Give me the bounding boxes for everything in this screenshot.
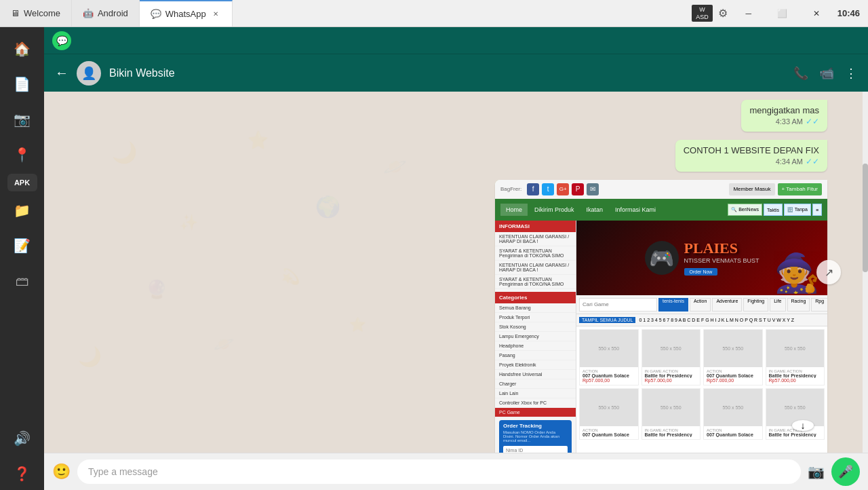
sidebar-info-item-4[interactable]: SYARAT & KETENTUAN Pengiriman di TOKO/NA… bbox=[495, 275, 576, 289]
subscribe-btn[interactable]: + Tambah Fitur bbox=[778, 183, 822, 195]
cat-btn-life[interactable]: Life bbox=[770, 298, 785, 312]
menu-btn[interactable]: ≡ bbox=[812, 204, 822, 216]
product-card-5[interactable]: 550 x 550 ACTION 007 Quantum Solace bbox=[579, 388, 639, 440]
tab-welcome[interactable]: 🖥 Welcome bbox=[0, 0, 72, 26]
sidebar-icon-notes[interactable]: 📝 bbox=[6, 229, 39, 262]
taktis-btn[interactable]: Taktis bbox=[764, 204, 783, 216]
sidebar-info-item-2[interactable]: SYARAT & KETENTUAN Pengiriman di TOKO/NA… bbox=[495, 246, 576, 261]
tab-android[interactable]: 🤖 Android bbox=[72, 0, 140, 26]
tab-bar: 🖥 Welcome 🤖 Android 💬 WhatsApp ✕ bbox=[0, 0, 233, 26]
show-all-btn[interactable]: TAMPIL SEMUA JUDUL bbox=[579, 317, 635, 323]
tanpa-btn[interactable]: 🔢 Tanpa bbox=[784, 204, 811, 216]
sidebar-icon-folder[interactable]: 📁 bbox=[6, 194, 39, 227]
sidebar-cat-pcgame[interactable]: PC Game bbox=[495, 408, 576, 417]
cat-btn-fighting[interactable]: Fighting bbox=[743, 298, 768, 312]
product-name-2: Battle for Presidency bbox=[645, 373, 698, 378]
android-icon: 🤖 bbox=[83, 8, 94, 18]
sidebar-cat-stok[interactable]: Stok Kosong bbox=[495, 322, 576, 332]
order-id-input[interactable] bbox=[503, 446, 568, 453]
wa-more-icon[interactable]: ⋮ bbox=[845, 66, 857, 81]
nav-dikirim[interactable]: Dikirim Produk bbox=[529, 204, 580, 216]
sidebar-info-item-1[interactable]: KETENTUAN CLAIM GARANSI / HARAP DI BACA … bbox=[495, 232, 576, 246]
sidebar-cat-semua[interactable]: Semua Barang bbox=[495, 303, 576, 313]
scroll-down-button[interactable]: ↓ bbox=[792, 420, 814, 431]
product-card-7[interactable]: 550 x 550 ACTION 007 Quantum Solace bbox=[703, 388, 763, 440]
berita-btn[interactable]: 🔍 BeriNews bbox=[728, 204, 762, 216]
cat-btn-action[interactable]: Action bbox=[690, 298, 711, 312]
sidebar-icon-apk[interactable]: APK bbox=[7, 174, 37, 191]
title-bar: 🖥 Welcome 🤖 Android 💬 WhatsApp ✕ WASD ⚙ … bbox=[0, 0, 868, 27]
time-display: 10:46 bbox=[837, 8, 860, 18]
twitter-share-icon[interactable]: t bbox=[542, 183, 554, 195]
cat-btn-rpg[interactable]: Rpg bbox=[811, 298, 827, 312]
settings-icon[interactable]: ⚙ bbox=[718, 7, 728, 20]
sidebar-icon-layers[interactable]: 📄 bbox=[6, 68, 39, 100]
message-2-bubble: CONTOH 1 WEBSITE DEPAN FIX 4:34 AM ✓✓ bbox=[675, 140, 827, 172]
product-img-2: 550 x 550 bbox=[642, 330, 701, 367]
product-info-6: IN GAME ACTION Battle for Presidency bbox=[642, 426, 701, 439]
wa-call-icon[interactable]: 📞 bbox=[793, 66, 808, 81]
sidebar-cat-charger[interactable]: Charger bbox=[495, 379, 576, 389]
nav-home[interactable]: Home bbox=[500, 204, 528, 216]
sidebar-icon-speaker[interactable]: 🔊 bbox=[6, 422, 39, 455]
cat-btn-adventure[interactable]: Adventure bbox=[712, 298, 742, 312]
product-name-7: 007 Quantum Solace bbox=[707, 432, 760, 437]
product-card-6[interactable]: 550 x 550 IN GAME ACTION Battle for Pres… bbox=[642, 388, 701, 440]
sidebar-icon-location[interactable]: 📍 bbox=[6, 138, 39, 171]
facebook-share-icon[interactable]: f bbox=[527, 183, 539, 195]
product-card-8[interactable]: 550 x 550 IN GAME ACTION Battle for Pres… bbox=[766, 388, 825, 440]
sidebar-icon-home[interactable]: 🏠 bbox=[6, 33, 39, 65]
sidebar-cat-handsfree[interactable]: Handsfree Universal bbox=[495, 370, 576, 379]
wa-contact-name[interactable]: Bikin Website bbox=[109, 67, 785, 79]
wa-input-bar: 🙂 Type a message 📷 🎤 bbox=[44, 453, 868, 490]
sidebar-cat-lampu[interactable]: Lampu Emergency bbox=[495, 332, 576, 341]
sidebar-info-item-3[interactable]: KETENTUAN CLAIM GARANSI / HARAP DI BACA … bbox=[495, 261, 576, 275]
wa-video-icon[interactable]: 📹 bbox=[819, 66, 834, 81]
tab-whatsapp[interactable]: 💬 WhatsApp ✕ bbox=[140, 0, 233, 26]
product-img-1: 550 x 550 bbox=[580, 330, 638, 367]
message-input-field[interactable]: Type a message bbox=[77, 459, 801, 484]
sidebar-cat-headphone[interactable]: Headphone bbox=[495, 341, 576, 351]
sidebar-cat-proyek[interactable]: Proyek Elektronik bbox=[495, 360, 576, 370]
sidebar-icon-camera[interactable]: 📷 bbox=[6, 103, 39, 136]
maximize-button[interactable]: ⬜ bbox=[767, 3, 798, 24]
sidebar-icon-help[interactable]: ❓ bbox=[6, 457, 39, 490]
nav-actions: Member Masuk + Tambah Fitur bbox=[729, 183, 822, 195]
share-floating-button[interactable]: ↗ bbox=[816, 260, 841, 284]
sidebar-cat-lain[interactable]: Lain Lain bbox=[495, 389, 576, 398]
minimize-button[interactable]: ─ bbox=[733, 3, 764, 24]
product-img-4: 550 x 550 bbox=[766, 330, 825, 367]
website-sidebar: INFORMASI KETENTUAN CLAIM GARANSI / HARA… bbox=[495, 221, 576, 453]
camera-button[interactable]: 📷 bbox=[808, 464, 825, 480]
product-img-6: 550 x 550 bbox=[642, 389, 701, 426]
sidebar-cat-controller[interactable]: Controller Xbox for PC bbox=[495, 398, 576, 408]
email-share-icon[interactable]: ✉ bbox=[587, 183, 599, 195]
product-card-3[interactable]: 550 x 550 ACTION 007 Quantum Solace Rp57… bbox=[703, 329, 763, 385]
main-area: 💬 ← 👤 Bikin Website 📞 📹 ⋮ 🌙 ⭐ 🪐 bbox=[44, 27, 868, 490]
product-card-4[interactable]: 550 x 550 IN GAME ACTION Battle for Pres… bbox=[766, 329, 825, 385]
cat-btn-racing[interactable]: Racing bbox=[787, 298, 810, 312]
wa-back-button[interactable]: ← bbox=[55, 65, 68, 81]
microphone-button[interactable]: 🎤 bbox=[831, 457, 860, 486]
googleplus-share-icon[interactable]: G+ bbox=[557, 183, 569, 195]
nav-ikatan[interactable]: Ikatan bbox=[581, 204, 609, 216]
banner-cta-btn[interactable]: Order Now bbox=[684, 268, 718, 276]
sidebar-icon-archive[interactable]: 🗃 bbox=[6, 265, 39, 297]
pinterest-share-icon[interactable]: P bbox=[572, 183, 584, 195]
tab-whatsapp-label: WhatsApp bbox=[165, 9, 206, 19]
message-3-wrapper: BagFrer: f t G+ P ✉ Member Masuk + Tamba… bbox=[85, 180, 827, 453]
member-login-btn[interactable]: Member Masuk bbox=[729, 183, 774, 195]
product-card-1[interactable]: 550 x 550 ACTION 007 Quantum Solace Rp57… bbox=[579, 329, 639, 385]
cat-btn-semua[interactable]: tenis-tenis bbox=[658, 298, 688, 312]
sidebar-cat-pasang[interactable]: Pasang bbox=[495, 351, 576, 360]
chat-area[interactable]: 🌙 ⭐ 🪐 ✨ 🌍 🔮 💫 🌙 🪐 ⭐ mengigatkan mas bbox=[44, 92, 868, 453]
sidebar-cat-produk[interactable]: Produk Terpori bbox=[495, 313, 576, 322]
emoji-button[interactable]: 🙂 bbox=[52, 463, 71, 480]
tab-close-button[interactable]: ✕ bbox=[210, 9, 221, 20]
nav-informasi[interactable]: Informasi Kami bbox=[610, 204, 661, 216]
product-card-2[interactable]: 550 x 550 IN GAME ACTION Battle for Pres… bbox=[642, 329, 701, 385]
search-game-input[interactable] bbox=[579, 298, 657, 312]
close-button[interactable]: ✕ bbox=[801, 3, 832, 24]
website-body: INFORMASI KETENTUAN CLAIM GARANSI / HARA… bbox=[495, 221, 827, 453]
product-info-5: ACTION 007 Quantum Solace bbox=[580, 426, 638, 439]
